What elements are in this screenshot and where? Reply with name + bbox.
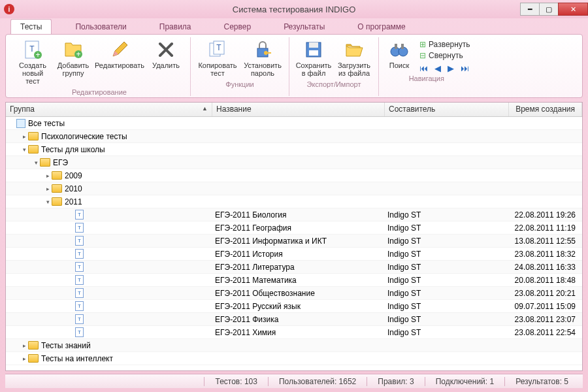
add-group-button[interactable]: + Добавить группу bbox=[53, 37, 93, 87]
tree-row[interactable]: TЕГЭ-2011 ИсторияIndigo ST23.08.2011 18:… bbox=[6, 248, 582, 261]
new-test-button[interactable]: T+ Создать новый тест bbox=[12, 37, 53, 87]
tree-row[interactable]: TЕГЭ-2011 ФизикаIndigo ST23.08.2011 23:0… bbox=[6, 313, 582, 326]
folder-icon bbox=[52, 171, 62, 180]
col-group[interactable]: Группа▲ bbox=[6, 103, 212, 116]
collapse-all-button[interactable]: ⊟ Свернуть bbox=[419, 51, 470, 60]
add-group-icon: + bbox=[63, 39, 84, 60]
tree-row[interactable]: ▸Тесты на интеллект bbox=[6, 352, 582, 365]
ribbon-group-label: Экспорт/Импорт bbox=[293, 80, 374, 88]
ribbon-group-nav: Поиск ⊞ Развернуть ⊟ Свернуть ⏮ ◀ ▶ bbox=[379, 37, 474, 96]
row-label: 2010 bbox=[65, 184, 82, 193]
tree-body[interactable]: Все тесты▸Психологические тесты▾Тесты дл… bbox=[6, 117, 582, 370]
tab-tests[interactable]: Тесты bbox=[10, 19, 52, 34]
pencil-icon bbox=[109, 39, 130, 60]
app-icon: i bbox=[4, 4, 14, 14]
tree-row[interactable]: ▾ЕГЭ bbox=[6, 156, 582, 169]
test-icon: T bbox=[75, 301, 84, 311]
expander-icon[interactable]: ▸ bbox=[20, 133, 28, 140]
sort-asc-icon: ▲ bbox=[202, 105, 208, 112]
open-folder-icon bbox=[344, 39, 365, 60]
nav-last-icon[interactable]: ⏭ bbox=[461, 63, 469, 73]
expander-icon[interactable]: ▸ bbox=[44, 172, 52, 179]
copy-test-button[interactable]: T Копировать тест bbox=[195, 37, 240, 79]
tree-row[interactable]: ▸2009 bbox=[6, 169, 582, 182]
expander-icon[interactable]: ▸ bbox=[20, 355, 28, 362]
tab-about[interactable]: О программе bbox=[348, 20, 414, 34]
tab-users[interactable]: Пользователи bbox=[66, 20, 135, 34]
test-icon: T bbox=[75, 210, 84, 220]
svg-text:+: + bbox=[35, 50, 40, 59]
tree-row[interactable]: TЕГЭ-2011 БиологияIndigo ST22.08.2011 19… bbox=[6, 208, 582, 221]
test-icon: T bbox=[75, 275, 84, 285]
svg-rect-11 bbox=[267, 52, 271, 54]
tree-row[interactable]: TЕГЭ-2011 Информатика и ИКТIndigo ST13.0… bbox=[6, 235, 582, 248]
tree-row[interactable]: ▾2011 bbox=[6, 195, 582, 208]
column-headers: Группа▲ Название Составитель Время созда… bbox=[6, 103, 582, 117]
row-label: Тесты на интеллект bbox=[41, 354, 113, 363]
expander-icon[interactable]: ▾ bbox=[32, 159, 40, 166]
tab-server[interactable]: Сервер bbox=[215, 20, 261, 34]
search-button[interactable]: Поиск bbox=[383, 37, 416, 73]
ribbon-group-label: Функции bbox=[195, 80, 285, 88]
delete-button[interactable]: Удалить bbox=[146, 37, 186, 87]
status-users: Пользователей: 1652 bbox=[268, 377, 367, 386]
svg-rect-14 bbox=[309, 50, 318, 56]
col-name[interactable]: Название bbox=[212, 103, 385, 116]
tree-row[interactable]: TЕГЭ-2011 ОбществознаниеIndigo ST23.08.2… bbox=[6, 287, 582, 300]
ribbon-group-edit: T+ Создать новый тест + Добавить группу … bbox=[8, 37, 191, 96]
ribbon: T+ Создать новый тест + Добавить группу … bbox=[5, 34, 583, 98]
folder-icon bbox=[28, 145, 39, 154]
row-label: 2011 bbox=[65, 197, 82, 206]
tree-row[interactable]: TЕГЭ-2011 ХимияIndigo ST23.08.2011 22:54 bbox=[6, 326, 582, 339]
new-test-icon: T+ bbox=[22, 39, 43, 60]
tree-row[interactable]: TЕГЭ-2011 ЛитератураIndigo ST24.08.2011 … bbox=[6, 261, 582, 274]
status-bar: Тестов: 103 Пользователей: 1652 Правил: … bbox=[5, 374, 583, 388]
ribbon-group-export: Сохранить в файл Загрузить из файла Эксп… bbox=[289, 37, 379, 96]
tree-row[interactable]: TЕГЭ-2011 МатематикаIndigo ST20.08.2011 … bbox=[6, 274, 582, 287]
nav-shortcuts: ⊞ Развернуть ⊟ Свернуть ⏮ ◀ ▶ ⏭ bbox=[416, 37, 470, 73]
expand-all-button[interactable]: ⊞ Развернуть bbox=[419, 40, 470, 49]
test-icon: T bbox=[75, 288, 84, 298]
col-author[interactable]: Составитель bbox=[385, 103, 509, 116]
edit-button[interactable]: Редактировать bbox=[93, 37, 146, 87]
expander-icon[interactable]: ▸ bbox=[20, 342, 28, 349]
svg-rect-17 bbox=[395, 44, 397, 49]
tree-row[interactable]: TЕГЭ-2011 ГеографияIndigo ST22.08.2011 1… bbox=[6, 221, 582, 235]
tab-rules[interactable]: Правила bbox=[150, 20, 201, 34]
test-icon: T bbox=[75, 249, 84, 259]
lock-icon bbox=[252, 39, 273, 60]
maximize-button[interactable]: ▢ bbox=[539, 3, 559, 16]
expander-icon[interactable]: ▸ bbox=[44, 186, 52, 192]
close-button[interactable]: ✕ bbox=[558, 3, 588, 16]
tree-row[interactable]: ▸Тесты знаний bbox=[6, 339, 582, 352]
expander-icon[interactable]: ▾ bbox=[44, 199, 52, 205]
tree-row[interactable]: ▸Психологические тесты bbox=[6, 130, 582, 143]
set-password-button[interactable]: Установить пароль bbox=[240, 37, 285, 79]
nav-first-icon[interactable]: ⏮ bbox=[419, 63, 428, 73]
status-connections: Подключений: 1 bbox=[425, 377, 504, 386]
tree-row[interactable]: TЕГЭ-2011 Русский языкIndigo ST09.07.201… bbox=[6, 300, 582, 313]
expander-icon[interactable]: ▾ bbox=[20, 146, 28, 153]
folder-icon bbox=[28, 341, 39, 350]
minimize-button[interactable]: ━ bbox=[520, 3, 540, 16]
col-date[interactable]: Время создания bbox=[509, 103, 582, 116]
status-rules: Правил: 3 bbox=[367, 377, 424, 386]
svg-rect-18 bbox=[401, 44, 404, 49]
svg-text:+: + bbox=[76, 50, 80, 59]
status-tests: Тестов: 103 bbox=[204, 377, 267, 386]
root-icon bbox=[16, 119, 25, 128]
status-results: Результатов: 5 bbox=[504, 377, 579, 386]
save-button[interactable]: Сохранить в файл bbox=[293, 37, 334, 79]
tree-row[interactable]: ▾Тесты для школы bbox=[6, 143, 582, 156]
row-label: Психологические тесты bbox=[41, 132, 127, 141]
tree-row[interactable]: ▸2010 bbox=[6, 182, 582, 195]
load-button[interactable]: Загрузить из файла bbox=[334, 37, 374, 79]
nav-next-icon[interactable]: ▶ bbox=[448, 63, 454, 73]
folder-icon bbox=[28, 132, 39, 140]
copy-test-icon: T bbox=[207, 39, 228, 60]
tab-results[interactable]: Результаты bbox=[274, 20, 334, 34]
row-label: ЕГЭ bbox=[53, 158, 68, 167]
folder-icon bbox=[28, 354, 39, 363]
nav-prev-icon[interactable]: ◀ bbox=[434, 63, 441, 73]
tree-row[interactable]: Все тесты bbox=[6, 117, 582, 130]
